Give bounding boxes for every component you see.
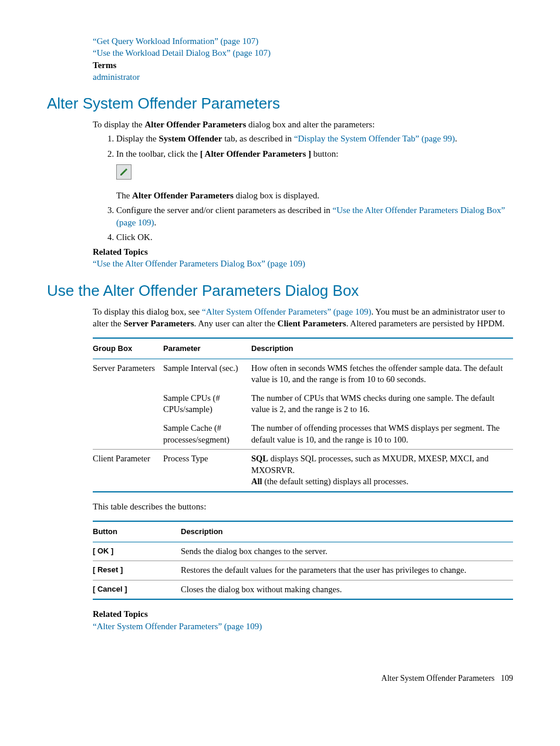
heading-use-alter-offender-dialog: Use the Alter Offender Parameters Dialog… [47, 281, 513, 301]
table-row: Server Parameters Sample Interval (sec.)… [93, 359, 513, 389]
table-row: Client Parameter Process Type SQL displa… [93, 450, 513, 492]
svg-marker-0 [120, 170, 126, 175]
between-tables-text: This table describes the buttons: [93, 501, 513, 512]
step-3: Configure the server and/or client param… [116, 204, 513, 228]
col-group-box: Group Box [93, 338, 163, 359]
table-row: Sample Cache (# processes/segment) The n… [93, 419, 513, 449]
heading-alter-system-offender-parameters: Alter System Offender Parameters [47, 93, 513, 114]
related-topics-2: Related Topics “Alter System Offender Pa… [93, 608, 513, 632]
step-1: Display the System Offender tab, as desc… [116, 133, 513, 144]
section2-intro: To display this dialog box, see “Alter S… [93, 306, 513, 330]
link-display-system-offender-tab[interactable]: “Display the System Offender Tab” (page … [294, 134, 455, 143]
table-row: [ OK ] Sends the dialog box changes to t… [93, 542, 513, 561]
table-row: Sample CPUs (# CPUs/sample) The number o… [93, 389, 513, 419]
col-button: Button [93, 521, 181, 542]
link-use-workload-detail[interactable]: “Use the Workload Detail Dialog Box” (pa… [93, 48, 271, 58]
table-row: [ Reset ] Restores the default values fo… [93, 561, 513, 580]
link-get-query-workload[interactable]: “Get Query Workload Information” (page 1… [93, 36, 258, 46]
link-alter-system-offender-inline[interactable]: “Alter System Offender Parameters” (page… [202, 307, 371, 316]
link-use-alter-offender-dialog[interactable]: “Use the Alter Offender Parameters Dialo… [93, 259, 305, 268]
col-description-2: Description [181, 521, 513, 542]
page-footer: Alter System Offender Parameters 109 [47, 673, 513, 684]
related-topics-1: Related Topics “Use the Alter Offender P… [93, 246, 513, 270]
link-alter-system-offender-parameters[interactable]: “Alter System Offender Parameters” (page… [93, 622, 262, 631]
col-description: Description [251, 338, 513, 359]
col-parameter: Parameter [163, 338, 251, 359]
pencil-icon [116, 164, 131, 180]
parameters-table: Group Box Parameter Description Server P… [93, 337, 513, 492]
step-2: In the toolbar, click the [ Alter Offend… [116, 148, 513, 202]
intro-paragraph: To display the Alter Offender Parameters… [93, 119, 513, 130]
terms-label: Terms [93, 59, 513, 71]
prior-related-block: “Get Query Workload Information” (page 1… [93, 35, 513, 83]
step-4: Click OK. [116, 231, 513, 243]
steps-list: Display the System Offender tab, as desc… [93, 133, 513, 243]
buttons-table: Button Description [ OK ] Sends the dial… [93, 521, 513, 600]
term-administrator[interactable]: administrator [93, 72, 140, 82]
table-row: [ Cancel ] Closes the dialog box without… [93, 580, 513, 599]
